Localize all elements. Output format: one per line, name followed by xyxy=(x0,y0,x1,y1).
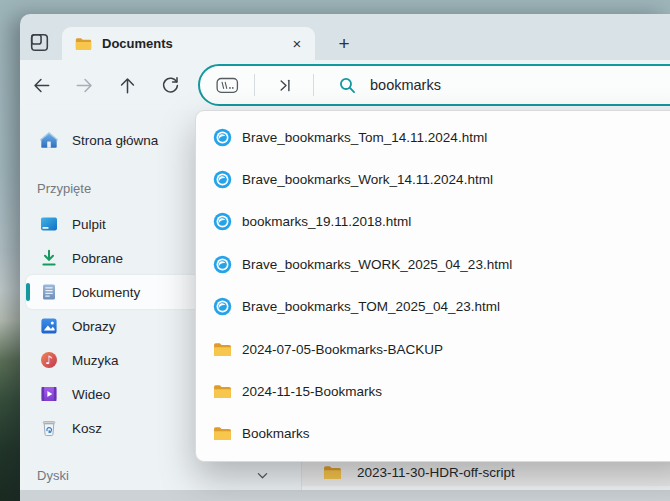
search-result-item[interactable]: Brave_bookmarks_Tom_14.11.2024.html xyxy=(196,116,670,158)
back-button[interactable] xyxy=(26,70,56,100)
sidebar-item-label: Kosz xyxy=(72,421,102,436)
sidebar-item-label: Pobrane xyxy=(72,251,123,266)
html-file-icon xyxy=(213,128,232,147)
search-result-item[interactable]: 2024-07-05-Bookmarks-BACKUP xyxy=(196,328,670,370)
tab-list-button[interactable] xyxy=(26,29,53,56)
desktop-icon xyxy=(39,214,59,234)
search-result-name: Brave_bookmarks_Work_14.11.2024.html xyxy=(242,172,493,187)
searchbar-divider xyxy=(313,74,314,96)
pictures-icon xyxy=(39,316,59,336)
window-bottom-edge xyxy=(20,490,670,501)
refresh-button[interactable] xyxy=(155,70,185,100)
new-tab-button[interactable]: + xyxy=(331,31,357,57)
tab-title: Documents xyxy=(102,36,173,51)
address-breadcrumb-button[interactable] xyxy=(208,70,246,100)
file-explorer-window: Documents × + xyxy=(20,14,670,501)
drives-section-label: Dyski xyxy=(37,468,69,483)
window-layout-icon xyxy=(27,30,52,55)
music-icon: ♪ xyxy=(39,350,59,370)
home-icon xyxy=(39,130,59,150)
search-icon xyxy=(338,76,357,95)
go-to-end-button[interactable] xyxy=(263,70,305,100)
html-file-icon xyxy=(213,255,232,274)
search-results-dropdown: Brave_bookmarks_Tom_14.11.2024.html Brav… xyxy=(195,110,670,462)
nav-button-group xyxy=(26,70,185,100)
html-file-icon xyxy=(213,212,232,231)
searchbar-divider xyxy=(254,74,255,96)
up-button[interactable] xyxy=(112,70,142,100)
folder-icon xyxy=(213,384,232,399)
sidebar-item-label: Pulpit xyxy=(72,217,106,232)
sidebar-item-label: Obrazy xyxy=(72,319,116,334)
recycle-bin-icon xyxy=(39,418,59,438)
svg-text:♪: ♪ xyxy=(45,353,52,367)
back-arrow-icon xyxy=(31,75,52,96)
refresh-icon xyxy=(160,75,181,96)
chevron-to-line-icon xyxy=(275,76,294,95)
address-search-bar[interactable] xyxy=(198,64,670,106)
search-result-name: 2024-07-05-Bookmarks-BACKUP xyxy=(242,342,443,357)
tab-documents[interactable]: Documents × xyxy=(62,27,315,60)
search-result-item[interactable]: 2024-11-15-Bookmarks xyxy=(196,370,670,412)
search-result-item[interactable]: Bookmarks xyxy=(196,413,670,455)
sidebar-item-label: Dokumenty xyxy=(72,285,140,300)
search-result-name: Brave_bookmarks_TOM_2025_04_23.html xyxy=(242,299,500,314)
navigation-toolbar xyxy=(20,60,670,110)
sidebar-item-label: Wideo xyxy=(72,387,110,402)
document-icon xyxy=(39,282,59,302)
search-result-name: Brave_bookmarks_Tom_14.11.2024.html xyxy=(242,130,487,145)
search-result-item[interactable]: Brave_bookmarks_TOM_2025_04_23.html xyxy=(196,286,670,328)
tab-close-button[interactable]: × xyxy=(287,34,307,54)
search-result-name: Bookmarks xyxy=(242,426,310,441)
search-input[interactable] xyxy=(368,76,670,94)
file-row[interactable]: 2023-11-30-HDR-off-script xyxy=(302,458,670,486)
up-arrow-icon xyxy=(117,75,138,96)
video-icon xyxy=(39,384,59,404)
chevron-down-icon[interactable] xyxy=(253,466,271,484)
folder-icon xyxy=(213,342,232,357)
titlebar: Documents × + xyxy=(20,14,670,60)
address-bar-icon xyxy=(216,77,239,94)
html-file-icon xyxy=(213,170,232,189)
search-result-name: 2024-11-15-Bookmarks xyxy=(242,384,382,399)
html-file-icon xyxy=(213,297,232,316)
folder-icon xyxy=(323,465,342,480)
folder-icon xyxy=(213,426,232,441)
download-icon xyxy=(39,248,59,268)
forward-arrow-icon xyxy=(74,75,95,96)
search-result-item[interactable]: Brave_bookmarks_WORK_2025_04_23.html xyxy=(196,243,670,285)
folder-icon xyxy=(75,37,92,51)
search-result-item[interactable]: bookmarks_19.11.2018.html xyxy=(196,201,670,243)
file-name: 2023-11-30-HDR-off-script xyxy=(357,465,515,480)
drives-section-header[interactable]: Dyski xyxy=(26,463,295,487)
sidebar-item-label: Muzyka xyxy=(72,353,119,368)
sidebar-item-label: Strona główna xyxy=(72,133,158,148)
search-result-name: bookmarks_19.11.2018.html xyxy=(242,214,411,229)
search-result-name: Brave_bookmarks_WORK_2025_04_23.html xyxy=(242,257,512,272)
search-result-item[interactable]: Brave_bookmarks_Work_14.11.2024.html xyxy=(196,158,670,200)
forward-button[interactable] xyxy=(69,70,99,100)
